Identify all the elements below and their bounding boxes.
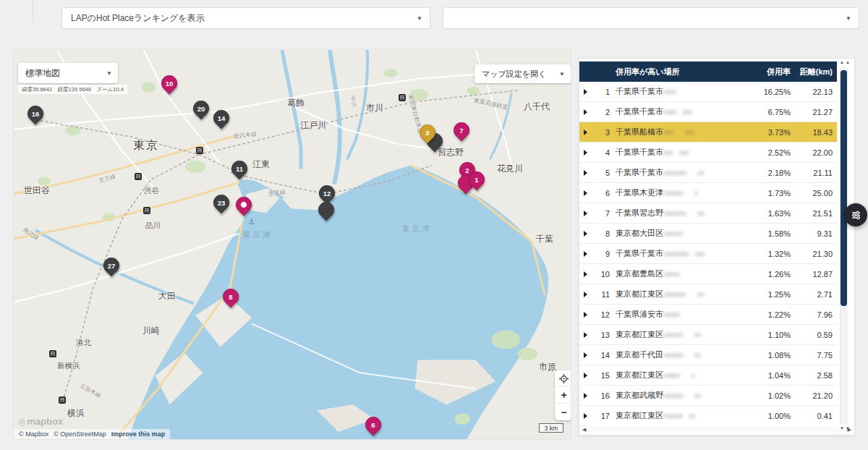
row-expand-icon[interactable] xyxy=(584,211,587,216)
map-zoom-controls: + − xyxy=(555,370,571,420)
secondary-select[interactable]: ▼ xyxy=(443,7,859,29)
panel-settings-button[interactable] xyxy=(844,203,867,226)
table-row[interactable]: 8 東京都大田区●●●●●● 1.58% 9.31 xyxy=(579,224,837,244)
horizontal-scrollbar[interactable]: ◀ ▶ xyxy=(581,425,853,433)
map-marker-pin[interactable] xyxy=(236,197,252,217)
map-marker-pin[interactable]: 14 xyxy=(213,110,229,130)
table-row[interactable]: 6 千葉県木更津●●●●●● ● 1.73% 25.00 xyxy=(579,183,837,203)
map-place-label: 市川 xyxy=(366,102,383,114)
row-expand-icon[interactable] xyxy=(584,413,587,419)
table-row[interactable]: 13 東京都江東区●●●●●● ●● 1.10% 0.59 xyxy=(579,325,837,345)
vertical-scrollbar-thumb[interactable] xyxy=(841,70,847,306)
row-expand-icon[interactable] xyxy=(584,170,587,176)
scroll-up-icon[interactable]: ▲▲ xyxy=(840,60,851,64)
table-row[interactable]: 17 東京都江東区●●●●●● ●● 1.00% 0.41 xyxy=(579,406,837,426)
row-rate: 1.25% xyxy=(740,290,791,299)
map-place-label: 江東 xyxy=(252,158,270,171)
row-place-redacted: ●●●●●● ●● xyxy=(663,412,695,420)
row-rate: 1.63% xyxy=(740,209,791,218)
mapbox-logo[interactable]: ◎ mapbox xyxy=(18,416,63,427)
row-place-prefix: 千葉県習志野 xyxy=(616,208,663,217)
map-marker-pin[interactable]: 10 xyxy=(161,75,177,95)
pin-shape: 10 xyxy=(158,72,180,94)
row-place-redacted: ●●●●●● ●● xyxy=(663,392,701,399)
map-settings-select[interactable]: マップ設定を開く ▼ xyxy=(475,64,571,83)
row-expand-icon[interactable] xyxy=(584,271,587,277)
row-rate: 1.73% xyxy=(740,189,791,198)
row-expand-icon[interactable] xyxy=(584,231,587,237)
scroll-left-icon[interactable]: ◀ xyxy=(582,427,586,433)
map-marker-pin[interactable]: 11 xyxy=(231,161,247,181)
map-marker-pin[interactable] xyxy=(318,202,334,222)
table-row[interactable]: 11 東京都江東区●●●●●●● ●● 1.25% 2.71 xyxy=(579,284,837,305)
map-settings-value: マップ設定を開く xyxy=(482,69,546,80)
zoom-in-button[interactable]: + xyxy=(555,387,571,404)
map-canvas[interactable]: 東京 葛飾 市川 江戸川 中川 八千代 習志野 花見川 千葉 江東 世田谷 渋谷… xyxy=(13,49,571,440)
map-marker-pin[interactable]: 3 xyxy=(420,124,435,145)
map-marker-pin[interactable]: 23 xyxy=(213,195,229,215)
row-distance: 22.13 xyxy=(791,88,837,96)
map-coordinates-readout: 緯度35.6642 経度139.5648 ズーム10.4 xyxy=(18,85,127,94)
row-distance: 22.00 xyxy=(791,148,837,157)
attribution-improve-link[interactable]: Improve this map xyxy=(111,430,166,438)
row-expand-icon[interactable] xyxy=(584,332,587,338)
table-row[interactable]: 4 千葉県千葉市●●● ●●● 2.52% 22.00 xyxy=(579,143,837,163)
geolocate-button[interactable] xyxy=(555,370,571,387)
header-place: 併用率が高い場所 xyxy=(610,67,740,77)
map-marker-pin[interactable]: 6 xyxy=(365,417,381,437)
row-rate: 1.04% xyxy=(740,371,791,380)
map-place-label: 新横浜 xyxy=(57,361,80,371)
map-marker-pin[interactable]: 7 xyxy=(454,122,469,143)
table-row[interactable]: 10 東京都豊島区●●●●● 1.26% 12.87 xyxy=(579,264,837,284)
row-expand-icon[interactable] xyxy=(584,352,587,358)
row-place-prefix: 千葉県千葉市 xyxy=(616,107,663,116)
map-place-label: 東京湾 xyxy=(401,224,432,234)
table-row[interactable]: 15 東京都江東区●●●●● ● 1.04% 2.58 xyxy=(579,365,837,386)
row-expand-icon[interactable] xyxy=(584,393,587,399)
row-expand-icon[interactable] xyxy=(584,251,587,257)
row-place-prefix: 千葉県浦安市 xyxy=(616,310,663,318)
row-place-prefix: 東京都江東区 xyxy=(616,330,663,339)
map-marker-pin[interactable]: 20 xyxy=(193,101,209,121)
attribution-mapbox-link[interactable]: © Mapbox xyxy=(19,430,48,438)
row-expand-icon[interactable] xyxy=(584,292,587,297)
table-row[interactable]: 16 東京都武蔵野●●●●●● ●● 1.02% 21.20 xyxy=(579,386,837,406)
row-expand-icon[interactable] xyxy=(584,150,587,156)
mapbox-logo-text: mapbox xyxy=(27,416,63,427)
row-expand-icon[interactable] xyxy=(584,312,587,318)
row-expand-icon[interactable] xyxy=(584,373,587,378)
pin-shape: 27 xyxy=(100,254,122,276)
row-expand-icon[interactable] xyxy=(584,109,587,115)
row-rate: 2.18% xyxy=(740,169,791,177)
table-row[interactable]: 9 千葉県千葉市●●●●●●●● ●●● 1.32% 21.30 xyxy=(579,244,837,264)
map-marker-pin[interactable]: 1 xyxy=(469,171,485,192)
zoom-out-button[interactable]: − xyxy=(555,404,571,420)
scroll-down-icon[interactable]: ▼▼ xyxy=(840,426,851,430)
table-row[interactable]: 7 千葉県習志野●●●●●●● ●● 1.63% 21.51 xyxy=(579,203,837,224)
row-distance: 0.41 xyxy=(791,412,837,420)
table-row[interactable]: 14 東京都千代田●●●●●● ●● 1.08% 7.75 xyxy=(579,345,837,365)
pin-shape: 7 xyxy=(450,119,472,141)
row-place-prefix: 東京都江東区 xyxy=(616,370,663,379)
table-row[interactable]: 2 千葉県千葉市●●●● ●●● 6.75% 21.27 xyxy=(579,102,837,122)
map-place-label: 江戸川 xyxy=(300,119,326,132)
table-row[interactable]: 12 千葉県浦安市●●●●● 1.22% 7.96 xyxy=(579,305,837,325)
map-marker-pin[interactable]: 27 xyxy=(103,258,119,278)
row-place-prefix: 東京都江東区 xyxy=(616,289,663,298)
map-marker-pin[interactable]: 8 xyxy=(223,289,239,309)
row-expand-icon[interactable] xyxy=(584,130,587,135)
row-distance: 25.00 xyxy=(791,189,837,198)
map-place-label: 東京港 xyxy=(242,229,273,240)
row-expand-icon[interactable] xyxy=(584,190,587,196)
row-rank: 12 xyxy=(591,310,610,319)
map-place-label: 横浜 xyxy=(67,407,85,420)
table-row[interactable]: 3 千葉県船橋市●●● ●●● 3.73% 18.43 xyxy=(579,122,837,143)
row-expand-icon[interactable] xyxy=(584,89,587,95)
map-style-select[interactable]: 標準地図 ▼ xyxy=(18,63,118,83)
table-row[interactable]: 5 千葉県千葉市●●●●●●● ●● 2.18% 21.11 xyxy=(579,163,837,183)
map-marker-pin[interactable]: 16 xyxy=(27,106,43,126)
table-row[interactable]: 1 千葉県千葉市●●●● 16.25% 22.13 xyxy=(579,82,837,102)
ranking-mode-select[interactable]: LAPのHot Placeランキングを表示 ▼ xyxy=(61,7,430,29)
row-rank: 3 xyxy=(591,128,610,137)
attribution-osm-link[interactable]: © OpenStreetMap xyxy=(54,430,106,438)
